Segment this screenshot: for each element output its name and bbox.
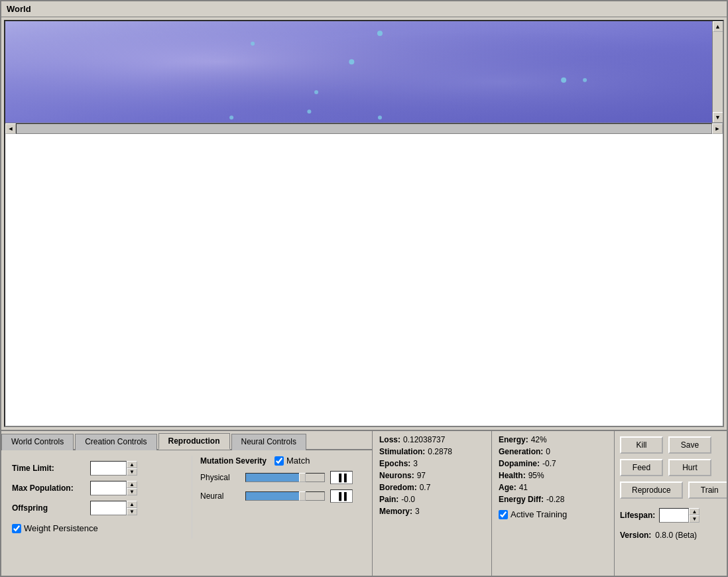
- max-population-label: Max Population:: [12, 483, 85, 493]
- time-limit-spinbox[interactable]: 6 ▲ ▼: [90, 461, 137, 476]
- scroll-left-button[interactable]: ◄: [5, 123, 16, 134]
- tabs-bar: World Controls Creation Controls Reprodu…: [1, 431, 372, 450]
- neural-slider-row: Neural ▐▐: [200, 489, 367, 503]
- max-population-down[interactable]: ▼: [127, 488, 137, 495]
- max-population-up[interactable]: ▲: [127, 481, 137, 488]
- weight-persistence-row: Weight Persistence: [12, 523, 184, 533]
- window-title: World: [7, 4, 31, 14]
- offspring-down[interactable]: ▼: [127, 508, 137, 515]
- match-checkbox[interactable]: [274, 456, 284, 466]
- lifespan-spinbox[interactable]: 200 ▲ ▼: [659, 508, 699, 523]
- stats-panel: Loss: 0.12038737 Stimulation: 0.2878 Epo…: [373, 431, 492, 576]
- weight-persistence-checkbox[interactable]: [12, 524, 21, 533]
- mutation-section: Mutation Severity Match Physical: [200, 456, 367, 539]
- offspring-input[interactable]: 1: [90, 501, 127, 515]
- boredom-value: 0.7: [420, 483, 431, 492]
- neural-value-text: ▐▐: [336, 492, 347, 500]
- buttons-panel: Kill Save Feed Hurt Reproduce Train Life…: [615, 431, 727, 576]
- neurons-row: Neurons: 97: [379, 471, 485, 480]
- time-limit-down[interactable]: ▼: [127, 468, 137, 476]
- world-svg: [5, 21, 712, 123]
- scroll-down-button[interactable]: ▼: [713, 112, 723, 123]
- time-limit-label: Time Limit:: [12, 464, 85, 473]
- svg-point-3: [377, 31, 383, 36]
- generation-value: 0: [546, 447, 550, 456]
- train-button[interactable]: Train: [688, 481, 727, 499]
- tab-neural-controls[interactable]: Neural Controls: [231, 434, 306, 450]
- horizontal-scrollbar[interactable]: ◄ ►: [5, 123, 723, 133]
- reproduce-button[interactable]: Reproduce: [620, 481, 683, 499]
- max-population-spinbox[interactable]: 18 ▲ ▼: [90, 481, 137, 495]
- energy-diff-value: -0.28: [546, 495, 564, 504]
- health-row: Health: 95%: [499, 471, 607, 480]
- version-row: Version: 0.8.0 (Beta): [620, 531, 727, 540]
- lifespan-row: Lifespan: 200 ▲ ▼: [620, 508, 727, 523]
- offspring-label: Offspring: [12, 503, 85, 513]
- scroll-track-h[interactable]: [16, 123, 712, 134]
- physical-value-text: ▐▐: [336, 474, 347, 481]
- vertical-scrollbar[interactable]: ▲ ▼: [712, 21, 723, 123]
- lifespan-input[interactable]: 200: [659, 508, 689, 523]
- offspring-spinbox[interactable]: 1 ▲ ▼: [90, 501, 137, 515]
- tab-creation-controls[interactable]: Creation Controls: [75, 434, 156, 450]
- world-canvas[interactable]: [5, 21, 712, 123]
- tab-world-controls[interactable]: World Controls: [1, 434, 74, 450]
- physical-slider[interactable]: [245, 473, 325, 482]
- mutation-header: Mutation Severity Match: [200, 456, 367, 466]
- active-training-row: Active Training: [499, 509, 607, 519]
- lifespan-down[interactable]: ▼: [689, 515, 699, 523]
- physical-slider-row: Physical ▐▐: [200, 471, 367, 484]
- loss-label: Loss:: [379, 435, 400, 444]
- version-label: Version:: [620, 531, 651, 540]
- agent-stats-panel: Energy: 42% Generation: 0 Dopamine: -0.7…: [492, 431, 615, 576]
- memory-label: Memory:: [379, 507, 412, 516]
- btn-row-1: Kill Save: [620, 436, 727, 454]
- max-population-input[interactable]: 18: [90, 481, 127, 495]
- offspring-arrows: ▲ ▼: [127, 501, 137, 515]
- age-label: Age:: [499, 483, 516, 492]
- pain-row: Pain: -0.0: [379, 495, 485, 504]
- neural-label: Neural: [200, 491, 240, 501]
- time-limit-up[interactable]: ▲: [127, 461, 137, 468]
- epochs-label: Epochs:: [379, 459, 410, 468]
- svg-point-10: [229, 115, 233, 119]
- energy-diff-row: Energy Diff: -0.28: [499, 495, 607, 504]
- scroll-right-button[interactable]: ►: [712, 123, 723, 134]
- svg-point-5: [349, 59, 354, 64]
- neural-slider-thumb[interactable]: [299, 491, 306, 501]
- time-limit-input[interactable]: 6: [90, 461, 127, 476]
- stimulation-label: Stimulation:: [379, 447, 425, 456]
- active-training-checkbox[interactable]: [499, 510, 508, 519]
- lifespan-up[interactable]: ▲: [689, 508, 699, 515]
- boredom-row: Boredom: 0.7: [379, 483, 485, 492]
- offspring-up[interactable]: ▲: [127, 501, 137, 508]
- canvas-container: ▲ ▼ ◄ ►: [4, 20, 724, 427]
- scroll-up-button[interactable]: ▲: [713, 21, 723, 32]
- save-button[interactable]: Save: [668, 436, 711, 454]
- btn-row-3: Reproduce Train: [620, 481, 727, 499]
- svg-point-8: [561, 78, 566, 83]
- svg-point-11: [378, 115, 382, 119]
- energy-label: Energy:: [499, 435, 528, 444]
- health-label: Health:: [499, 471, 526, 480]
- memory-row: Memory: 3: [379, 507, 485, 516]
- boredom-label: Boredom:: [379, 483, 417, 492]
- controls-panel: World Controls Creation Controls Reprodu…: [1, 430, 727, 576]
- neural-slider[interactable]: [245, 491, 325, 501]
- physical-slider-thumb[interactable]: [299, 473, 306, 482]
- kill-button[interactable]: Kill: [620, 436, 663, 454]
- left-controls: World Controls Creation Controls Reprodu…: [1, 431, 373, 576]
- svg-point-7: [307, 109, 311, 113]
- tab-reproduction[interactable]: Reproduction: [158, 433, 230, 450]
- memory-value: 3: [415, 507, 420, 516]
- hurt-button[interactable]: Hurt: [668, 459, 711, 476]
- epochs-value: 3: [413, 459, 418, 468]
- reproduction-tab-content: Time Limit: 6 ▲ ▼ Max Population:: [1, 450, 372, 544]
- active-training-label: Active Training: [511, 509, 567, 519]
- dopamine-value: -0.7: [542, 459, 556, 468]
- main-window: World: [0, 0, 728, 577]
- neural-slider-fill: [246, 492, 302, 500]
- feed-button[interactable]: Feed: [620, 459, 663, 476]
- stimulation-row: Stimulation: 0.2878: [379, 447, 485, 456]
- world-controls-content: Time Limit: 6 ▲ ▼ Max Population:: [7, 456, 192, 539]
